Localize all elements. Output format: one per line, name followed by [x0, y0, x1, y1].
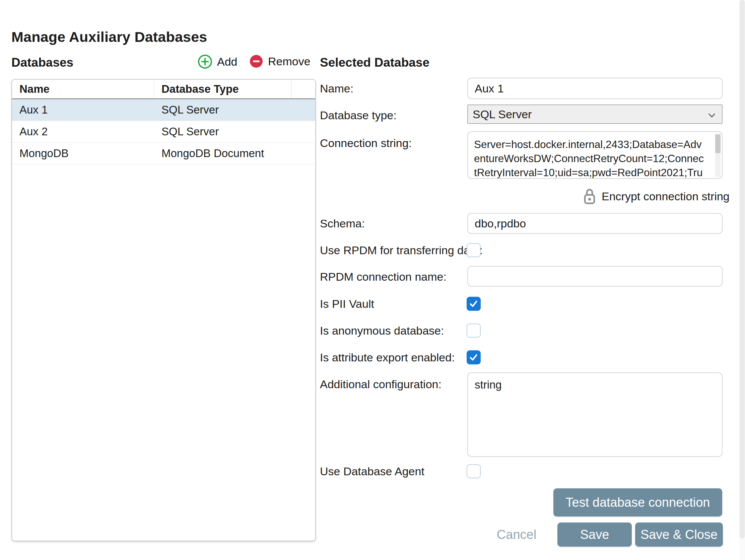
row-database-type-cell: MongoDB Document [154, 147, 315, 160]
column-header-name: Name [12, 80, 154, 98]
databases-section-title: Databases [11, 56, 73, 70]
database-type-selected-value: SQL Server [473, 108, 531, 121]
database-type-label: Database type: [320, 109, 397, 122]
is-anonymous-label: Is anonymous database: [320, 324, 444, 337]
rpdm-connection-name-label: RPDM connection name: [320, 270, 447, 283]
test-database-connection-button[interactable]: Test database connection [553, 488, 722, 517]
save-button[interactable]: Save [557, 523, 632, 547]
is-pii-vault-label: Is PII Vault [320, 297, 374, 310]
is-attribute-export-checkbox[interactable] [466, 350, 481, 364]
connection-string-textarea[interactable]: Server=host.docker.internal,2433;Databas… [467, 131, 722, 179]
row-database-type-cell: SQL Server [154, 103, 315, 116]
table-header: Name Database Type [12, 80, 315, 99]
rpdm-connection-name-input[interactable] [467, 266, 722, 287]
is-anonymous-checkbox[interactable] [466, 324, 481, 338]
row-name-cell: Aux 1 [12, 103, 154, 116]
connection-string-label: Connection string: [320, 137, 412, 150]
table-row[interactable]: MongoDBMongoDB Document [12, 143, 315, 164]
connection-string-scrollbar-thumb[interactable] [715, 135, 720, 153]
table-row[interactable]: Aux 2SQL Server [12, 121, 315, 143]
table-row[interactable]: Aux 1SQL Server [12, 99, 315, 121]
add-button-label: Add [217, 55, 237, 68]
add-button[interactable]: Add [198, 54, 237, 69]
column-header-gutter [291, 80, 315, 98]
use-rpdm-checkbox[interactable] [466, 243, 481, 257]
selected-database-section-title: Selected Database [320, 56, 429, 70]
remove-button[interactable]: Remove [249, 54, 311, 68]
cancel-button[interactable]: Cancel [486, 523, 547, 547]
databases-table: Name Database Type Aux 1SQL ServerAux 2S… [11, 79, 316, 541]
chevron-down-icon [708, 108, 716, 121]
row-name-cell: MongoDB [12, 147, 154, 160]
remove-button-label: Remove [268, 55, 311, 68]
use-database-agent-label: Use Database Agent [320, 465, 424, 478]
connection-string-scrollbar [715, 133, 720, 177]
additional-configuration-label: Additional configuration: [320, 378, 442, 391]
save-and-close-button[interactable]: Save & Close [635, 523, 723, 547]
page-scrollbar [739, 0, 745, 560]
lock-icon [584, 188, 595, 204]
remove-icon [249, 54, 263, 68]
name-label: Name: [320, 82, 353, 95]
manage-auxiliary-databases-dialog: Manage Auxiliary Databases Databases Add… [0, 0, 745, 560]
page-title: Manage Auxiliary Databases [11, 29, 207, 45]
page-scrollbar-thumb[interactable] [740, 0, 745, 538]
database-type-select[interactable]: SQL Server [467, 104, 722, 124]
schema-input[interactable] [467, 213, 722, 234]
name-input[interactable] [467, 78, 722, 99]
row-database-type-cell: SQL Server [154, 125, 315, 138]
add-icon [198, 54, 213, 69]
row-name-cell: Aux 2 [12, 125, 154, 138]
encrypt-connection-string-label: Encrypt connection string [602, 190, 730, 203]
schema-label: Schema: [320, 217, 365, 230]
table-body: Aux 1SQL ServerAux 2SQL ServerMongoDBMon… [12, 99, 315, 164]
additional-configuration-textarea[interactable]: string [467, 372, 722, 457]
is-attribute-export-label: Is attribute export enabled: [320, 351, 455, 364]
connection-string-value: Server=host.docker.internal,2433;Databas… [474, 138, 704, 179]
additional-configuration-value: string [475, 378, 502, 391]
use-rpdm-label: Use RPDM for transferring data: [320, 244, 483, 257]
column-header-database-type: Database Type [154, 80, 291, 98]
use-database-agent-checkbox[interactable] [466, 464, 481, 478]
encrypt-connection-string[interactable]: Encrypt connection string [584, 188, 730, 204]
is-pii-vault-checkbox[interactable] [466, 297, 481, 311]
